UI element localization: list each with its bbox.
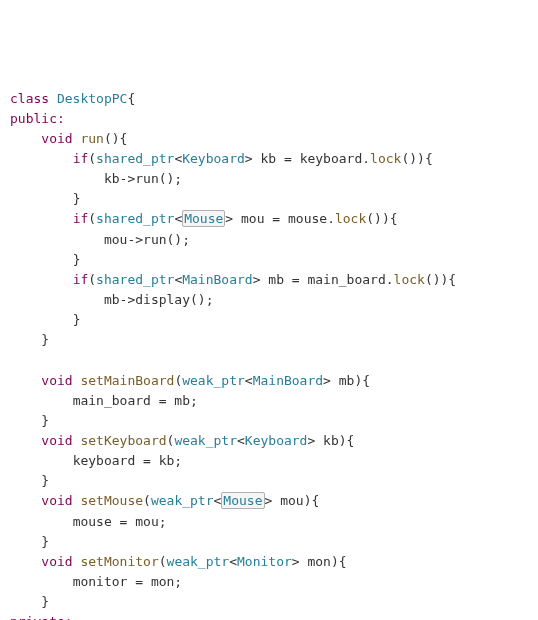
text: ()){ (425, 272, 456, 287)
stmt: mouse = mou; (73, 514, 167, 529)
type-mainboard: MainBoard (182, 272, 252, 287)
code-line: } (10, 250, 528, 270)
code-line: if(shared_ptr<MainBoard> mb = main_board… (10, 270, 528, 290)
text: (){ (104, 131, 127, 146)
text: ()){ (401, 151, 432, 166)
stmt: kb->run(); (104, 171, 182, 186)
paren: ( (88, 151, 96, 166)
angle: < (237, 433, 245, 448)
code-line: if(shared_ptr<Keyboard> kb = keyboard.lo… (10, 149, 528, 169)
code-line: private: (10, 612, 528, 620)
code-line: keyboard = kb; (10, 451, 528, 471)
type-shared-ptr: shared_ptr (96, 211, 174, 226)
paren: ( (159, 554, 167, 569)
paren: ( (143, 493, 151, 508)
angle: > (245, 151, 253, 166)
stmt: mb->display(); (104, 292, 214, 307)
type-mainboard: MainBoard (253, 373, 323, 388)
code-line: } (10, 330, 528, 350)
type-weak-ptr: weak_ptr (151, 493, 214, 508)
code-block: class DesktopPC{public: void run(){ if(s… (10, 89, 528, 620)
code-line: } (10, 310, 528, 330)
text: mon){ (300, 554, 347, 569)
code-line: kb->run(); (10, 169, 528, 189)
fn-setmouse: setMouse (80, 493, 143, 508)
code-line: main_board = mb; (10, 391, 528, 411)
angle: < (229, 554, 237, 569)
code-line: } (10, 411, 528, 431)
keyword-void: void (41, 493, 72, 508)
var: kb (253, 151, 284, 166)
code-line: monitor = mon; (10, 572, 528, 592)
keyword-void: void (41, 433, 72, 448)
op: . (386, 272, 394, 287)
stmt: main_board = mb; (73, 393, 198, 408)
paren: ( (88, 211, 96, 226)
op: . (327, 211, 335, 226)
angle: > (225, 211, 233, 226)
call-lock: lock (370, 151, 401, 166)
keyword-private: private: (10, 614, 73, 620)
text: kb){ (315, 433, 354, 448)
type-shared-ptr: shared_ptr (96, 151, 174, 166)
angle: < (245, 373, 253, 388)
code-line: mou->run(); (10, 230, 528, 250)
op: = (272, 211, 280, 226)
code-line: void setMouse(weak_ptr<Mouse> mou){ (10, 491, 528, 511)
type-monitor: Monitor (237, 554, 292, 569)
type-weak-ptr: weak_ptr (174, 433, 237, 448)
angle: > (292, 554, 300, 569)
code-line: void setMonitor(weak_ptr<Monitor> mon){ (10, 552, 528, 572)
op: = (284, 151, 292, 166)
brace: } (41, 594, 49, 609)
type-keyboard: Keyboard (245, 433, 308, 448)
code-line: } (10, 592, 528, 612)
fn-setmainboard: setMainBoard (80, 373, 174, 388)
fn-setmonitor: setMonitor (80, 554, 158, 569)
fn-run: run (80, 131, 103, 146)
fn-setkeyboard: setKeyboard (80, 433, 166, 448)
code-line: void setKeyboard(weak_ptr<Keyboard> kb){ (10, 431, 528, 451)
var: main_board (300, 272, 386, 287)
call-lock: lock (394, 272, 425, 287)
code-line: public: (10, 109, 528, 129)
brace: } (41, 332, 49, 347)
code-line: } (10, 189, 528, 209)
stmt: mou->run(); (104, 232, 190, 247)
type-weak-ptr: weak_ptr (182, 373, 245, 388)
var: mb (261, 272, 292, 287)
text: mb){ (331, 373, 370, 388)
keyword-if: if (73, 151, 89, 166)
brace: { (127, 91, 135, 106)
code-line: class DesktopPC{ (10, 89, 528, 109)
angle: > (253, 272, 261, 287)
text: ()){ (366, 211, 397, 226)
stmt: keyboard = kb; (73, 453, 183, 468)
stmt: monitor = mon; (73, 574, 183, 589)
type-mouse: Mouse (221, 492, 264, 509)
keyword-void: void (41, 373, 72, 388)
class-name: DesktopPC (57, 91, 127, 106)
op: . (362, 151, 370, 166)
brace: } (73, 252, 81, 267)
code-line: if(shared_ptr<Mouse> mou = mouse.lock())… (10, 209, 528, 229)
code-line: mouse = mou; (10, 512, 528, 532)
brace: } (41, 473, 49, 488)
type-mouse: Mouse (182, 210, 225, 227)
type-keyboard: Keyboard (182, 151, 245, 166)
angle: > (323, 373, 331, 388)
paren: ( (88, 272, 96, 287)
keyword-if: if (73, 272, 89, 287)
call-lock: lock (335, 211, 366, 226)
code-line: mb->display(); (10, 290, 528, 310)
var: keyboard (292, 151, 362, 166)
brace: } (41, 534, 49, 549)
brace: } (73, 191, 81, 206)
keyword-class: class (10, 91, 49, 106)
blank-line (10, 350, 528, 370)
brace: } (73, 312, 81, 327)
var: mouse (280, 211, 327, 226)
keyword-public: public: (10, 111, 65, 126)
code-line: void run(){ (10, 129, 528, 149)
brace: } (41, 413, 49, 428)
